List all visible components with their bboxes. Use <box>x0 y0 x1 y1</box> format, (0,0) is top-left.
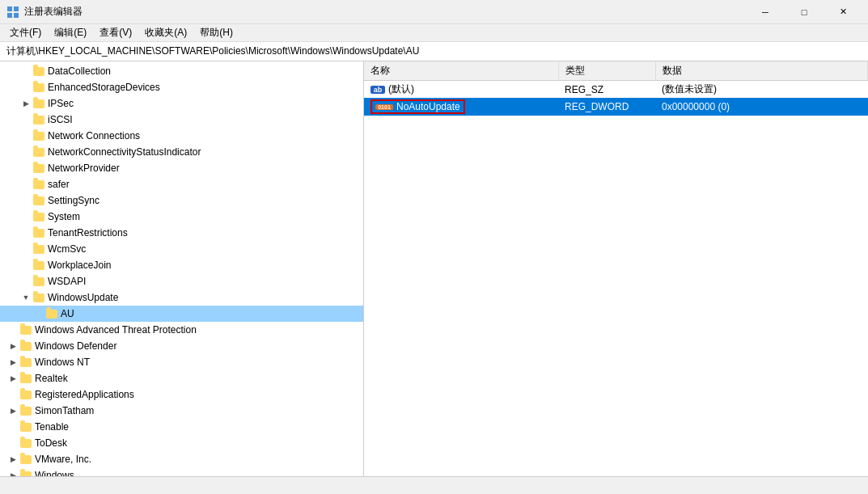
folder-icon-datacollection <box>32 65 45 78</box>
tree-arrow-ipsec <box>19 97 32 110</box>
window-controls: ─ □ ✕ <box>747 0 862 24</box>
tree-label-enhancedstoragedevices: EnhancedStorageDevices <box>48 82 360 93</box>
tree-item-registeredapplications[interactable]: RegisteredApplications <box>0 386 363 403</box>
close-button[interactable]: ✕ <box>824 0 862 24</box>
tree-item-safer[interactable]: safer <box>0 176 363 192</box>
tree-label-windows: Windows <box>35 470 360 476</box>
col-header-type[interactable]: 类型 <box>558 61 655 81</box>
folder-icon-workplacejoin <box>32 259 45 272</box>
tree-label-windowsatp: Windows Advanced Threat Protection <box>35 324 360 336</box>
tree-label-wcmsvc: WcmSvc <box>48 243 360 255</box>
tree-label-networkconnections: Network Connections <box>48 130 360 141</box>
tree-item-windowsupdate[interactable]: WindowsUpdate <box>0 289 363 306</box>
table-row-default[interactable]: ab(默认)REG_SZ(数值未设置) <box>364 81 868 99</box>
menu-item-favorites[interactable]: 收藏夹(A) <box>138 24 193 41</box>
folder-icon-safer <box>32 178 45 191</box>
tree-label-system: System <box>48 211 360 222</box>
tree-label-ipsec: IPSec <box>48 98 360 109</box>
tree-item-networkconnections[interactable]: Network Connections <box>0 128 363 144</box>
col-header-data[interactable]: 数据 <box>655 61 868 81</box>
tree-label-tenantrestrictions: TenantRestrictions <box>48 227 360 239</box>
tree-item-enhancedstoragedevices[interactable]: EnhancedStorageDevices <box>0 79 363 95</box>
col-header-name[interactable]: 名称 <box>364 61 558 81</box>
registry-table[interactable]: 名称类型数据 ab(默认)REG_SZ(数值未设置)0101NoAutoUpda… <box>364 61 868 476</box>
menu-bar: 文件(F)编辑(E)查看(V)收藏夹(A)帮助(H) <box>0 24 868 42</box>
folder-icon-wsdapi <box>32 275 45 288</box>
tree-label-realtek: Realtek <box>35 373 360 384</box>
address-bar: 计算机\HKEY_LOCAL_MACHINE\SOFTWARE\Policies… <box>0 42 868 61</box>
tree-item-ipsec[interactable]: IPSec <box>0 95 363 112</box>
tree-item-simontatham[interactable]: SimonTatham <box>0 403 363 419</box>
folder-icon-tenantrestrictions <box>32 226 45 239</box>
menu-item-help[interactable]: 帮助(H) <box>193 24 239 41</box>
tree-item-windowsnt[interactable]: Windows NT <box>0 354 363 370</box>
minimize-button[interactable]: ─ <box>747 0 784 24</box>
folder-icon-settingsync <box>32 194 45 207</box>
folder-icon-enhancedstoragedevices <box>32 81 45 94</box>
noautoupdate-highlight-box: 0101NoAutoUpdate <box>370 99 465 114</box>
app-icon <box>6 6 19 19</box>
table-row-noautoupdate[interactable]: 0101NoAutoUpdateREG_DWORD0x00000000 (0) <box>364 98 868 116</box>
tree-arrow-vmware <box>6 453 19 466</box>
folder-icon-iscsi <box>32 113 45 126</box>
menu-item-edit[interactable]: 编辑(E) <box>48 24 93 41</box>
folder-icon-networkprovider <box>32 162 45 175</box>
tree-item-iscsi[interactable]: iSCSI <box>0 112 363 128</box>
tree-item-wcmsvc[interactable]: WcmSvc <box>0 241 363 257</box>
svg-rect-2 <box>7 13 12 18</box>
folder-icon-todesk <box>19 437 32 450</box>
window-title: 注册表编辑器 <box>24 5 747 19</box>
folder-icon-tenable <box>19 420 32 433</box>
main-layout: DataCollectionEnhancedStorageDevicesIPSe… <box>0 61 868 476</box>
tree-label-tenable: Tenable <box>35 421 360 433</box>
cell-name-text-noautoupdate: NoAutoUpdate <box>396 101 460 112</box>
reg-sz-icon: ab <box>370 86 385 94</box>
tree-item-networkprovider[interactable]: NetworkProvider <box>0 160 363 176</box>
tree-label-windowsnt: Windows NT <box>35 357 360 368</box>
tree-label-vmware: VMware, Inc. <box>35 454 360 465</box>
right-panel: 名称类型数据 ab(默认)REG_SZ(数值未设置)0101NoAutoUpda… <box>364 61 868 476</box>
tree-label-workplacejoin: WorkplaceJoin <box>48 260 360 271</box>
menu-item-view[interactable]: 查看(V) <box>93 24 138 41</box>
tree-item-datacollection[interactable]: DataCollection <box>0 63 363 79</box>
restore-button[interactable]: □ <box>785 0 823 24</box>
tree-label-todesk: ToDesk <box>35 437 360 449</box>
cell-data-default: (数值未设置) <box>655 81 868 99</box>
cell-type-noautoupdate: REG_DWORD <box>558 98 655 116</box>
tree-item-system[interactable]: System <box>0 209 363 225</box>
tree-label-windowsdefender: Windows Defender <box>35 340 360 352</box>
tree-item-au[interactable]: AU <box>0 306 363 322</box>
tree-arrow-simontatham <box>6 404 19 417</box>
tree-item-tenable[interactable]: Tenable <box>0 419 363 435</box>
tree-item-settingsync[interactable]: SettingSync <box>0 192 363 209</box>
tree-item-workplacejoin[interactable]: WorkplaceJoin <box>0 257 363 273</box>
tree-label-settingsync: SettingSync <box>48 195 360 206</box>
tree-label-iscsi: iSCSI <box>48 114 360 125</box>
tree-scroll[interactable]: DataCollectionEnhancedStorageDevicesIPSe… <box>0 61 363 476</box>
table-header-row: 名称类型数据 <box>364 61 868 81</box>
tree-label-datacollection: DataCollection <box>48 65 360 77</box>
reg-dword-icon: 0101 <box>375 104 393 110</box>
tree-item-realtek[interactable]: Realtek <box>0 370 363 386</box>
tree-item-networkconnectivitystatusindicator[interactable]: NetworkConnectivityStatusIndicator <box>0 144 363 160</box>
tree-item-todesk[interactable]: ToDesk <box>0 435 363 451</box>
menu-item-file[interactable]: 文件(F) <box>3 24 48 41</box>
tree-item-windowsdefender[interactable]: Windows Defender <box>0 338 363 354</box>
folder-icon-simontatham <box>19 404 32 417</box>
tree-item-tenantrestrictions[interactable]: TenantRestrictions <box>0 225 363 241</box>
folder-icon-registeredapplications <box>19 388 32 401</box>
folder-icon-windowsupdate <box>32 291 45 304</box>
tree-item-wsdapi[interactable]: WSDAPI <box>0 273 363 289</box>
tree-label-registeredapplications: RegisteredApplications <box>35 389 360 400</box>
cell-data-noautoupdate: 0x00000000 (0) <box>655 98 868 116</box>
tree-item-vmware[interactable]: VMware, Inc. <box>0 451 363 467</box>
tree-item-windows[interactable]: Windows <box>0 467 363 476</box>
tree-item-windowsatp[interactable]: Windows Advanced Threat Protection <box>0 322 363 338</box>
folder-icon-system <box>32 210 45 223</box>
values-table: 名称类型数据 ab(默认)REG_SZ(数值未设置)0101NoAutoUpda… <box>364 61 868 116</box>
status-bar <box>0 476 868 494</box>
cell-name-text-default: (默认) <box>388 82 414 96</box>
address-path: 计算机\HKEY_LOCAL_MACHINE\SOFTWARE\Policies… <box>6 44 419 58</box>
title-bar: 注册表编辑器 ─ □ ✕ <box>0 0 868 24</box>
cell-name-noautoupdate: 0101NoAutoUpdate <box>364 98 558 116</box>
